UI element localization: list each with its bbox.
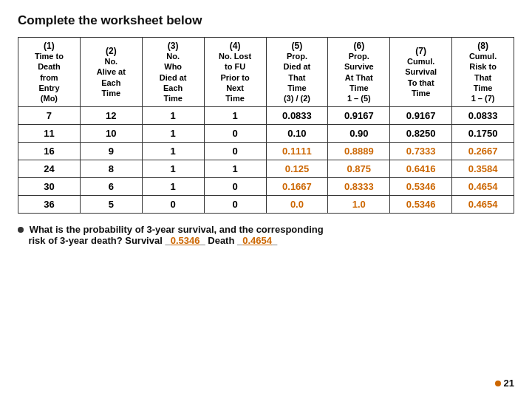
cell-r6-c5: 0.0 [266, 196, 328, 214]
cell-r1-c6: 0.9167 [328, 107, 390, 125]
footer-text: What is the probability of 3-year surviv… [18, 224, 514, 246]
cell-r3-c4: 0 [204, 143, 266, 160]
worksheet-table: (1)Time toDeathfromEntry(Mo)(2)No.Alive … [18, 37, 514, 214]
col-header-1: (1)Time toDeathfromEntry(Mo) [18, 38, 81, 107]
col-header-8: (8)Cumul.Risk toThatTime1 – (7) [452, 38, 514, 107]
cell-r5-c2: 6 [80, 178, 142, 196]
col-header-3: (3)No.WhoDied atEachTime [142, 38, 204, 107]
table-row: 248110.1250.8750.64160.3584 [18, 160, 514, 178]
cell-r5-c4: 0 [204, 178, 266, 196]
cell-r1-c1: 7 [18, 107, 81, 125]
cell-r3-c2: 9 [80, 143, 142, 160]
cell-r5-c7: 0.5346 [390, 178, 452, 196]
col-header-2: (2)No.Alive atEachTime [80, 38, 142, 107]
col-header-6: (6)Prop.SurviveAt ThatTime1 – (5) [328, 38, 390, 107]
cell-r4-c2: 8 [80, 160, 142, 178]
cell-r2-c8: 0.1750 [452, 125, 514, 143]
cell-r4-c8: 0.3584 [452, 160, 514, 178]
page-bullet-icon [495, 381, 501, 386]
cell-r2-c3: 1 [142, 125, 204, 143]
table-row: 712110.08330.91670.91670.0833 [18, 107, 514, 125]
cell-r3-c6: 0.8889 [328, 143, 390, 160]
cell-r6-c8: 0.4654 [452, 196, 514, 214]
cell-r3-c5: 0.1111 [266, 143, 328, 160]
cell-r3-c8: 0.2667 [452, 143, 514, 160]
cell-r4-c6: 0.875 [328, 160, 390, 178]
death-value: 0.4654 [242, 235, 272, 246]
cell-r4-c4: 1 [204, 160, 266, 178]
footer-death-prefix: _ Death _ [200, 235, 242, 246]
table-row: 306100.16670.83330.53460.4654 [18, 178, 514, 196]
cell-r6-c6: 1.0 [328, 196, 390, 214]
cell-r5-c5: 0.1667 [266, 178, 328, 196]
bullet-icon [18, 227, 24, 233]
cell-r1-c3: 1 [142, 107, 204, 125]
col-header-4: (4)No. Lostto FUPrior toNextTime [204, 38, 266, 107]
cell-r1-c4: 1 [204, 107, 266, 125]
cell-r3-c1: 16 [18, 143, 81, 160]
table-row: 1110100.100.900.82500.1750 [18, 125, 514, 143]
col-header-5: (5)Prop.Died atThatTime(3) / (2) [266, 38, 328, 107]
footer-line2-prefix: risk of 3-year death? Survival _ [28, 235, 170, 246]
cell-r6-c4: 0 [204, 196, 266, 214]
cell-r4-c5: 0.125 [266, 160, 328, 178]
cell-r5-c6: 0.8333 [328, 178, 390, 196]
cell-r2-c6: 0.90 [328, 125, 390, 143]
cell-r5-c3: 1 [142, 178, 204, 196]
page-title: Complete the worksheet below [18, 13, 514, 28]
page-number: 21 [495, 378, 514, 389]
cell-r2-c7: 0.8250 [390, 125, 452, 143]
cell-r2-c5: 0.10 [266, 125, 328, 143]
footer-suffix: _ [272, 235, 277, 246]
cell-r3-c3: 1 [142, 143, 204, 160]
cell-r4-c1: 24 [18, 160, 81, 178]
cell-r6-c3: 0 [142, 196, 204, 214]
table-row: 169100.11110.88890.73330.2667 [18, 143, 514, 160]
table-row: 365000.01.00.53460.4654 [18, 196, 514, 214]
cell-r6-c1: 36 [18, 196, 81, 214]
cell-r5-c8: 0.4654 [452, 178, 514, 196]
cell-r6-c2: 5 [80, 196, 142, 214]
cell-r4-c7: 0.6416 [390, 160, 452, 178]
cell-r4-c3: 1 [142, 160, 204, 178]
cell-r2-c1: 11 [18, 125, 81, 143]
cell-r2-c2: 10 [80, 125, 142, 143]
cell-r5-c1: 30 [18, 178, 81, 196]
cell-r3-c7: 0.7333 [390, 143, 452, 160]
cell-r1-c8: 0.0833 [452, 107, 514, 125]
cell-r2-c4: 0 [204, 125, 266, 143]
cell-r6-c7: 0.5346 [390, 196, 452, 214]
survival-value: 0.5346 [171, 235, 200, 246]
footer-line1: What is the probability of 3-year surviv… [30, 224, 324, 235]
cell-r1-c5: 0.0833 [266, 107, 328, 125]
col-header-7: (7)Cumul.SurvivalTo thatTime [390, 38, 452, 107]
cell-r1-c2: 12 [80, 107, 142, 125]
cell-r1-c7: 0.9167 [390, 107, 452, 125]
